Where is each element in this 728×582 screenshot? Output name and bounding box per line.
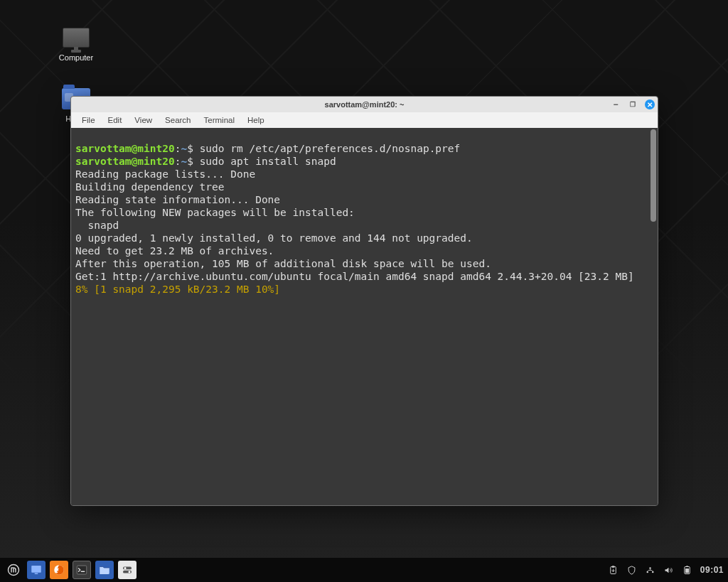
tray-network[interactable] xyxy=(645,564,656,576)
taskbar: 09:01 xyxy=(0,558,728,582)
terminal-button[interactable] xyxy=(73,561,91,579)
tray-security[interactable] xyxy=(626,564,638,576)
terminal-line: After this operation, 105 MB of addition… xyxy=(75,258,491,269)
terminal-viewport[interactable]: sarvottam@mint20:~$ sudo rm /etc/apt/pre… xyxy=(71,128,658,505)
menu-terminal[interactable]: Terminal xyxy=(198,114,241,126)
files-button[interactable] xyxy=(95,561,114,579)
tray-updates[interactable] xyxy=(608,564,619,576)
window-title: sarvottam@mint20: ~ xyxy=(325,100,405,109)
menu-view[interactable]: View xyxy=(128,114,159,126)
menu-help[interactable]: Help xyxy=(241,114,271,126)
volume-icon xyxy=(663,565,674,576)
desktop-icon-computer[interactable]: Computer xyxy=(51,24,101,62)
terminal-line: sarvottam@mint20:~$ sudo apt install sna… xyxy=(75,156,336,167)
system-tray: 09:01 xyxy=(608,564,724,576)
svg-rect-15 xyxy=(687,566,689,566)
terminal-line: Building dependency tree xyxy=(75,181,225,193)
minimize-button[interactable]: − xyxy=(611,99,621,109)
shield-icon xyxy=(626,565,637,576)
terminal-line: 0 upgraded, 1 newly installed, 0 to remo… xyxy=(75,232,473,244)
terminal-line: snapd xyxy=(75,220,119,231)
files-icon xyxy=(98,564,111,576)
titlebar[interactable]: sarvottam@mint20: ~ − ❐ ✕ xyxy=(71,97,658,112)
maximize-button[interactable]: ❐ xyxy=(628,99,638,109)
clipboard-icon xyxy=(608,565,619,576)
desktop-icon-label: Computer xyxy=(51,53,101,62)
show-desktop-button[interactable] xyxy=(27,561,46,579)
tray-volume[interactable] xyxy=(663,564,675,576)
tray-clock[interactable]: 09:01 xyxy=(700,565,724,575)
firefox-button[interactable] xyxy=(50,561,68,579)
window-controls: − ❐ ✕ xyxy=(611,97,655,112)
svg-rect-10 xyxy=(612,566,615,568)
terminal-line: The following NEW packages will be insta… xyxy=(75,207,355,218)
svg-rect-1 xyxy=(31,566,41,573)
taskbar-launchers xyxy=(4,561,136,579)
terminal-line: Get:1 http://archive.ubuntu.com/ubuntu f… xyxy=(75,271,634,282)
svg-point-6 xyxy=(124,567,127,569)
svg-point-11 xyxy=(647,571,649,573)
menubar: File Edit View Search Terminal Help xyxy=(71,112,658,128)
svg-rect-16 xyxy=(685,568,689,573)
menu-search[interactable]: Search xyxy=(159,114,197,126)
menu-file[interactable]: File xyxy=(75,114,102,126)
terminal-progress: 8% [1 snapd 2,295 kB/23.2 MB 10%] xyxy=(75,284,280,295)
svg-point-12 xyxy=(652,571,654,573)
monitor-icon xyxy=(60,24,92,51)
terminal-line: sarvottam@mint20:~$ sudo rm /etc/apt/pre… xyxy=(75,143,460,154)
svg-rect-2 xyxy=(35,573,38,575)
terminal-line: Reading package lists... Done xyxy=(75,168,255,180)
tray-power[interactable] xyxy=(682,564,693,576)
menu-edit[interactable]: Edit xyxy=(102,114,129,126)
terminal-line: Reading state information... Done xyxy=(75,194,280,205)
desktop: Computer Home sarvottam@mint20: ~ − ❐ ✕ … xyxy=(0,0,728,582)
terminal-icon xyxy=(75,564,88,576)
svg-point-13 xyxy=(650,567,652,569)
svg-point-8 xyxy=(129,571,131,573)
terminal-scrollbar[interactable] xyxy=(651,129,656,222)
toggles-icon xyxy=(121,564,134,576)
terminal-window: sarvottam@mint20: ~ − ❐ ✕ File Edit View… xyxy=(70,96,658,506)
firefox-icon xyxy=(53,564,65,576)
mint-icon xyxy=(7,564,20,576)
menu-button[interactable] xyxy=(4,561,23,579)
svg-rect-4 xyxy=(77,566,87,574)
battery-icon xyxy=(682,565,692,576)
network-icon xyxy=(645,565,655,576)
close-button[interactable]: ✕ xyxy=(645,99,655,109)
terminal-line: Need to get 23.2 MB of archives. xyxy=(75,245,274,257)
settings-button[interactable] xyxy=(118,561,136,579)
desktop-icon xyxy=(30,564,43,576)
